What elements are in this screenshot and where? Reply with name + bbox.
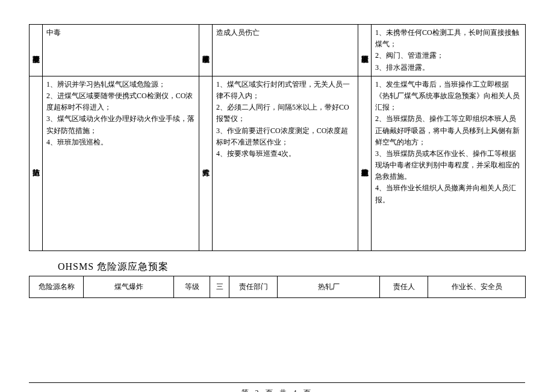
list-item: 3、排水器泄露。 bbox=[375, 62, 521, 73]
accident-cause-value: 1、未携带任何CO检测工具，长时间直接接触煤气； 2、阀门、管道泄露； 3、排水… bbox=[372, 25, 526, 76]
list-item: 3、煤气区域动火作业办理好动火作业手续，落实好防范措施； bbox=[46, 113, 195, 136]
list-item: 4、当班作业长组织人员撤离并向相关人员汇报。 bbox=[375, 182, 521, 205]
emergency-value: 1、发生煤气中毒后，当班操作工立即根据《热轧厂煤气系统事故应急预案》向相关人员汇… bbox=[372, 76, 526, 250]
accident-type-label: 可能发生事故类型 bbox=[30, 25, 43, 76]
hazard-table-1: 可能发生事故类型 中毒 事故可能发生结果 造成人员伤亡 事故可能发生原因 1、未… bbox=[29, 24, 526, 251]
table-row: 危险源名称 煤气爆炸 等级 三 责任部门 热轧厂 责任人 作业长、安全员 bbox=[30, 276, 526, 297]
hazard-name-value: 煤气爆炸 bbox=[84, 276, 174, 297]
prevention-label: 防范措施 bbox=[30, 76, 43, 250]
list-item: 3、当班煤防员或本区作业长、操作工等根据现场中毒者症状判别中毒程度，并采取相应的… bbox=[375, 148, 521, 183]
table-row: 防范措施 1、辨识并学习热轧煤气区域危险源； 2、进煤气区域要随带便携式CO检测… bbox=[30, 76, 526, 250]
accident-cause-label: 事故可能发生原因 bbox=[358, 25, 372, 76]
list-item: 1、未携带任何CO检测工具，长时间直接接触煤气； bbox=[375, 27, 521, 50]
emergency-label: 事故发生时应急措施 bbox=[358, 76, 372, 250]
footer-divider bbox=[29, 382, 525, 383]
list-item: 1、发生煤气中毒后，当班操作工立即根据《热轧厂煤气系统事故应急预案》向相关人员汇… bbox=[375, 79, 521, 114]
list-item: 2、阀门、管道泄露； bbox=[375, 50, 521, 61]
list-item: 2、必须二人同行，间隔5米以上，带好CO报警仪； bbox=[216, 102, 354, 125]
list-item: 1、煤气区域实行封闭式管理，无关人员一律不得入内； bbox=[216, 79, 354, 102]
list-item: 2、当班煤防员、操作工等立即组织本班人员正确戴好呼吸器，将中毒人员移到上风侧有新… bbox=[375, 113, 521, 148]
owner-value: 作业长、安全员 bbox=[428, 276, 526, 297]
inspection-label: 检查方式 bbox=[199, 76, 213, 250]
list-item: 1、辨识并学习热轧煤气区域危险源； bbox=[46, 79, 195, 90]
hazard-table-2: 危险源名称 煤气爆炸 等级 三 责任部门 热轧厂 责任人 作业长、安全员 bbox=[29, 276, 526, 298]
page-number: 第 2 页 共 4 页 bbox=[29, 388, 525, 392]
owner-label: 责任人 bbox=[380, 276, 428, 297]
section-title: OHSMS 危险源应急预案 bbox=[58, 261, 525, 273]
dept-value: 热轧厂 bbox=[278, 276, 380, 297]
inspection-value: 1、煤气区域实行封闭式管理，无关人员一律不得入内； 2、必须二人同行，间隔5米以… bbox=[213, 76, 358, 250]
list-item: 3、作业前要进行CO浓度测定，CO浓度超标时不准进禁区作业； bbox=[216, 125, 354, 148]
accident-result-label: 事故可能发生结果 bbox=[199, 25, 213, 76]
prevention-value: 1、辨识并学习热轧煤气区域危险源； 2、进煤气区域要随带便携式CO检测仪，CO浓… bbox=[43, 76, 199, 250]
table-row: 可能发生事故类型 中毒 事故可能发生结果 造成人员伤亡 事故可能发生原因 1、未… bbox=[30, 25, 526, 76]
dept-label: 责任部门 bbox=[229, 276, 278, 297]
level-label: 等级 bbox=[174, 276, 210, 297]
accident-type-value: 中毒 bbox=[43, 25, 199, 76]
hazard-name-label: 危险源名称 bbox=[30, 276, 84, 297]
list-item: 4、班班加强巡检。 bbox=[46, 137, 195, 148]
level-value: 三 bbox=[210, 276, 229, 297]
list-item: 2、进煤气区域要随带便携式CO检测仪，CO浓度超标时不得进入； bbox=[46, 90, 195, 113]
accident-result-value: 造成人员伤亡 bbox=[213, 25, 358, 76]
list-item: 4、按要求每班巡查4次。 bbox=[216, 148, 354, 160]
